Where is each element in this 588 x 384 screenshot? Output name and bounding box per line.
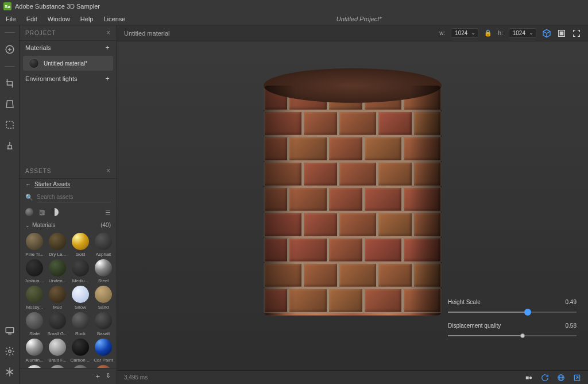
asset-thumbnail[interactable]: Braid F... [47, 339, 68, 363]
lock-icon[interactable]: 🔒 [484, 29, 492, 37]
export-icon[interactable] [573, 374, 581, 382]
asset-label: Slate [24, 331, 45, 336]
filter-image-icon[interactable]: ▧ [39, 209, 45, 216]
snowflake-icon[interactable] [5, 367, 15, 377]
asset-grid: Pine Tr...Dry La...GoldAsphaltJoshua ...… [20, 231, 117, 368]
close-icon[interactable]: × [106, 167, 111, 175]
asset-thumbnail[interactable]: Slate [24, 312, 45, 336]
app-title: Adobe Substance 3D Sampler [15, 3, 100, 10]
asset-thumbnail[interactable]: Mud [47, 286, 68, 310]
asset-thumbnail[interactable]: Pine Tr... [24, 233, 45, 257]
asset-thumbnail[interactable]: Mossy... [24, 286, 45, 310]
3d-viewport[interactable]: Height Scale 0.49 Displacement quality 0… [117, 41, 588, 370]
assets-panel-title: ASSETS [25, 168, 51, 174]
material-name: Untitled material* [44, 60, 87, 67]
import-asset-icon[interactable]: ⇩ [106, 372, 111, 381]
material-sphere-icon [26, 259, 43, 277]
selection-tool-icon[interactable] [5, 120, 15, 130]
height-scale-label: Height Scale [448, 299, 481, 305]
svg-point-6 [8, 350, 11, 353]
material-sphere-icon [72, 259, 89, 277]
asset-thumbnail[interactable]: Sand [93, 286, 114, 310]
asset-label: Alumin... [24, 358, 45, 363]
asset-thumbnail[interactable]: Steel [93, 259, 114, 283]
asset-label: Steel [93, 278, 114, 283]
stamp-tool-icon[interactable] [5, 140, 15, 151]
asset-label: Mediu... [70, 278, 91, 283]
asset-thumbnail[interactable]: Gold [70, 233, 91, 257]
back-arrow-icon[interactable]: ← [25, 181, 31, 187]
asset-thumbnail[interactable]: Small G... [47, 312, 68, 336]
add-tool-icon[interactable] [5, 44, 15, 55]
height-select[interactable]: 1024 [509, 28, 536, 38]
material-sphere-icon [72, 233, 89, 250]
filter-sphere-icon[interactable] [25, 208, 33, 216]
materials-section-header[interactable]: Materials + [20, 41, 117, 55]
material-sphere-icon [49, 259, 66, 277]
asset-thumbnail[interactable]: Alumin... [24, 339, 45, 363]
asset-label: Linden... [47, 278, 68, 283]
material-sphere-icon [95, 259, 112, 277]
env-lights-section-header[interactable]: Environment lights + [20, 72, 117, 86]
asset-thumbnail[interactable]: Linden... [47, 259, 68, 283]
fullscreen-icon[interactable] [572, 29, 581, 38]
render-time: 3,495 ms [124, 374, 148, 381]
asset-label: Mud [47, 305, 68, 310]
add-env-icon[interactable]: + [104, 75, 111, 82]
asset-thumbnail[interactable]: Joshua ... [24, 259, 45, 283]
asset-thumbnail[interactable]: Dry La... [47, 233, 68, 257]
menu-edit[interactable]: Edit [26, 16, 37, 22]
globe-icon[interactable] [557, 374, 565, 382]
menu-window[interactable]: Window [48, 16, 70, 22]
height-scale-value: 0.49 [566, 299, 577, 305]
asset-thumbnail[interactable]: Rock [70, 312, 91, 336]
asset-thumbnail[interactable]: Mediu... [70, 259, 91, 283]
asset-thumbnail[interactable]: Snow [70, 286, 91, 310]
add-material-icon[interactable]: + [104, 44, 111, 51]
assets-panel: ASSETS × ← Starter Assets 🔍 ▧ ☰ ⌄Materia… [20, 163, 117, 384]
asset-thumbnail[interactable]: Basalt [93, 312, 114, 336]
category-row[interactable]: ⌄Materials (40) [20, 220, 117, 231]
viewer-settings-icon[interactable] [5, 346, 15, 356]
menu-help[interactable]: Help [80, 16, 94, 22]
asset-label: Rock [70, 331, 91, 336]
project-name: Untitled Project* [336, 16, 382, 22]
search-input[interactable] [37, 192, 111, 202]
height-scale-slider[interactable] [448, 309, 577, 316]
width-select[interactable]: 1024 [451, 28, 478, 38]
material-sphere-icon [29, 58, 39, 68]
viewport-material-name: Untitled material [124, 30, 169, 37]
asset-thumbnail[interactable]: Carbon ... [70, 339, 91, 363]
svg-rect-4 [6, 328, 14, 333]
list-view-icon[interactable]: ☰ [105, 209, 111, 216]
displacement-slider[interactable] [448, 332, 577, 339]
refresh-icon[interactable] [541, 374, 549, 382]
breadcrumb-link[interactable]: Starter Assets [34, 181, 70, 187]
camera-icon[interactable]: ■● [525, 374, 533, 382]
material-sphere-icon [95, 339, 112, 356]
add-asset-icon[interactable]: + [95, 372, 100, 381]
project-panel: PROJECT × Materials + Untitled material*… [20, 25, 117, 163]
material-sphere-icon [49, 312, 66, 329]
asset-label: Dry La... [47, 252, 68, 257]
title-bar: Sa Adobe Substance 3D Sampler [0, 0, 588, 13]
perspective-tool-icon[interactable] [5, 99, 15, 109]
project-panel-title: PROJECT [25, 30, 56, 36]
2d-view-icon[interactable] [557, 29, 566, 38]
menu-license[interactable]: License [103, 16, 125, 22]
display-settings-icon[interactable] [5, 325, 15, 336]
close-icon[interactable]: × [106, 29, 111, 37]
asset-label: Snow [70, 305, 91, 310]
filter-contrast-icon[interactable] [51, 208, 59, 216]
cube-view-icon[interactable] [542, 29, 551, 38]
asset-label: Pine Tr... [24, 252, 45, 257]
category-count: (40) [100, 222, 111, 228]
crop-tool-icon[interactable] [5, 78, 15, 89]
preview-mesh [264, 68, 442, 333]
env-lights-label: Environment lights [25, 75, 78, 82]
asset-thumbnail[interactable]: Asphalt [93, 233, 114, 257]
left-toolstrip [0, 25, 20, 384]
material-item[interactable]: Untitled material* [23, 56, 113, 71]
menu-file[interactable]: File [6, 16, 16, 22]
asset-thumbnail[interactable]: Car Paint [93, 339, 114, 363]
